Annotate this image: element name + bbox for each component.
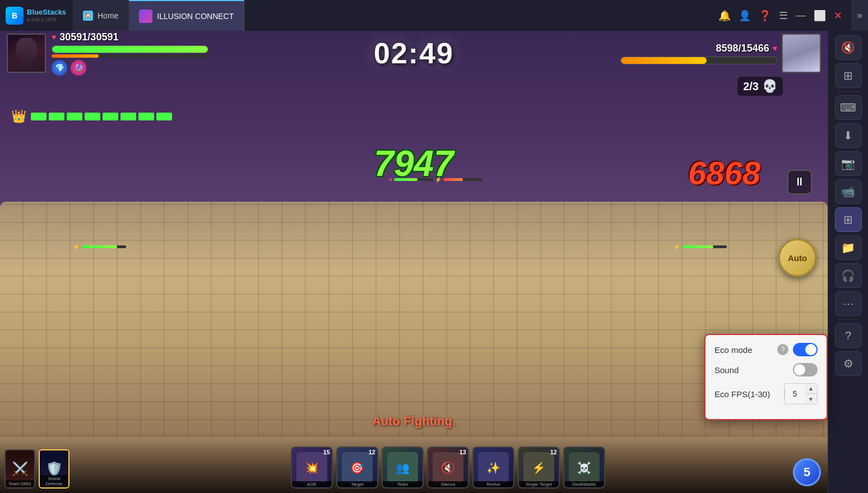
skill-target-cd: 12 (369, 449, 375, 455)
crown-hp-bar (31, 113, 172, 120)
bs-logo-icon: B (6, 7, 24, 25)
auto-button-label: Auto (788, 253, 807, 263)
left-char-hp-bar (81, 245, 126, 248)
skill-team[interactable]: 👥 Team (382, 447, 424, 489)
bs-logo-version: 4.240.0.1075 (27, 17, 66, 22)
player-portrait-left (7, 34, 46, 73)
fps-increment-btn[interactable]: ▲ (805, 384, 817, 394)
counter-text: 2/3 (743, 80, 759, 93)
game-scene: ♥ 30591/30591 💎 🔮 02:49 (0, 31, 828, 493)
enemy-health-bar-bg (620, 57, 777, 64)
right-char-hp-bar (682, 245, 727, 248)
grid-btn[interactable]: ⊞ (835, 207, 862, 232)
tab-home[interactable]: 🏠 Home (73, 0, 129, 31)
team-portrait-label: Team DMG (6, 480, 34, 487)
skill-aoe-label: AOE (292, 481, 332, 487)
tab-game[interactable]: ILLUSION CONNECT (129, 0, 244, 31)
crown-hp-7 (138, 113, 154, 120)
skill-target[interactable]: 🎯 12 Target (336, 447, 378, 489)
player-energy-bar-fill (52, 54, 99, 58)
bell-icon[interactable]: 🔔 (718, 10, 731, 22)
record-btn[interactable]: 📹 (835, 179, 862, 204)
fps-value: 5 (785, 389, 805, 398)
close-button[interactable]: ✕ (834, 10, 842, 22)
bs-logo-info: BlueStacks 4.240.0.1075 (27, 8, 66, 22)
skill-single-label: Single Target (519, 481, 559, 487)
sound-label: Sound (714, 365, 793, 375)
shield-portrait[interactable]: 🛡️ Shield Defense (39, 449, 69, 489)
crown-hp-8 (156, 113, 172, 120)
settings-btn[interactable]: ⚙ (835, 351, 862, 376)
player-health-container: ♥ 30591/30591 (52, 31, 615, 43)
titlebar: B BlueStacks 4.240.0.1075 🏠 Home ILLUSIO… (0, 0, 868, 31)
folder-btn[interactable]: 📁 (835, 235, 862, 260)
apk-btn[interactable]: ⬇ (835, 123, 862, 148)
eco-help-icon[interactable]: ? (777, 344, 788, 355)
game-viewport[interactable]: ♥ 30591/30591 💎 🔮 02:49 (0, 31, 828, 493)
right-sidebar: 🔇 ⊞ ⌨ ⬇ 📷 📹 ⊞ 📁 🎧 ⋯ ? ⚙ (828, 31, 868, 493)
gem-pink-icon: 🔮 (71, 60, 86, 76)
damage-number-red: 6868 (688, 154, 760, 192)
pause-icon: ⏸ (794, 175, 805, 188)
crown-hp-3 (67, 113, 82, 120)
headphone-btn[interactable]: 🎧 (835, 263, 862, 288)
pause-button[interactable]: ⏸ (787, 170, 812, 194)
hud-top: ♥ 30591/30591 💎 🔮 02:49 (0, 31, 828, 76)
skill-target-icon: 🎯 (342, 452, 373, 483)
minimize-button[interactable]: — (796, 10, 806, 21)
center-char-hp-fill2 (443, 178, 463, 181)
keyboard-btn[interactable]: ⌨ (835, 95, 862, 120)
skill-silence-cd: 13 (459, 449, 466, 455)
eco-mode-toggle[interactable] (793, 343, 818, 356)
enemy-char-silhouette (783, 35, 820, 72)
center-char-hp-bar (394, 178, 433, 181)
crown-hp-6 (120, 113, 136, 120)
skill-aoe-icon: 💥 (296, 452, 327, 483)
maximize-button[interactable]: ⬜ (814, 10, 826, 22)
fps-decrement-btn[interactable]: ▼ (805, 394, 817, 404)
enemy-health-text: 8598/15466 (716, 43, 769, 54)
game-timer: 02:49 (374, 36, 454, 70)
skill-revive[interactable]: ✨ Revive (472, 447, 514, 489)
layout-btn[interactable]: ⊞ (835, 63, 862, 88)
player-char-portrait (8, 35, 45, 72)
user-icon[interactable]: 👤 (739, 10, 751, 22)
player-energy-bar-bg (52, 54, 208, 58)
team-portrait-1[interactable]: ⚔️ Team DMG (4, 449, 35, 489)
skill-deathbattle-label: DeathBattle (564, 481, 604, 487)
skull-icon: 💀 (762, 79, 777, 94)
player-health-bar-bg (52, 45, 208, 53)
skill-deathbattle-icon: ☠️ (569, 452, 600, 483)
auto-button[interactable]: Auto (778, 239, 816, 277)
enemy-health-container: ♥ 8598/15466 (620, 43, 777, 54)
eco-mode-toggle-thumb (805, 344, 816, 355)
skill-single-icon: ⚡ (523, 452, 554, 483)
eco-mode-row: Eco mode ? (714, 343, 818, 356)
skill-revive-label: Revive (474, 481, 513, 487)
eco-fps-row: Eco FPS(1-30) 5 ▲ ▼ (714, 383, 818, 404)
volume-btn[interactable]: 🔇 (835, 35, 862, 60)
sidebar-collapse-btn[interactable]: » (851, 0, 868, 31)
center-char-hp-bar2 (443, 178, 482, 181)
screenshot-btn[interactable]: 📷 (835, 151, 862, 176)
menu-icon[interactable]: ☰ (779, 10, 788, 22)
player-char-silhouette (12, 38, 40, 72)
eco-popup: Eco mode ? Sound Eco FPS(1-30) 5 ▲ ▼ (704, 334, 828, 420)
sound-toggle[interactable] (793, 363, 818, 376)
skill-aoe[interactable]: 💥 15 AOE (291, 447, 333, 489)
skill-aoe-cd: 15 (323, 449, 330, 455)
enemy-heart-icon: ♥ (773, 44, 777, 53)
skill-silence[interactable]: 🔇 13 Silence (427, 447, 469, 489)
main-layout: ♥ 30591/30591 💎 🔮 02:49 (0, 31, 868, 493)
left-char-hp-fill (81, 245, 117, 248)
help-btn[interactable]: ? (835, 323, 862, 348)
heart-icon: ♥ (52, 32, 56, 41)
crown-bar: 👑 (11, 109, 172, 124)
help-icon[interactable]: ❓ (759, 10, 771, 22)
skill-single[interactable]: ⚡ 12 Single Target (518, 447, 560, 489)
fps-stepper: 5 ▲ ▼ (784, 383, 818, 404)
skill-deathbattle[interactable]: ☠️ DeathBattle (563, 447, 605, 489)
connect-btn[interactable]: ⋯ (835, 291, 862, 316)
game-ground (0, 202, 828, 437)
gem-blue-icon: 💎 (52, 60, 67, 76)
